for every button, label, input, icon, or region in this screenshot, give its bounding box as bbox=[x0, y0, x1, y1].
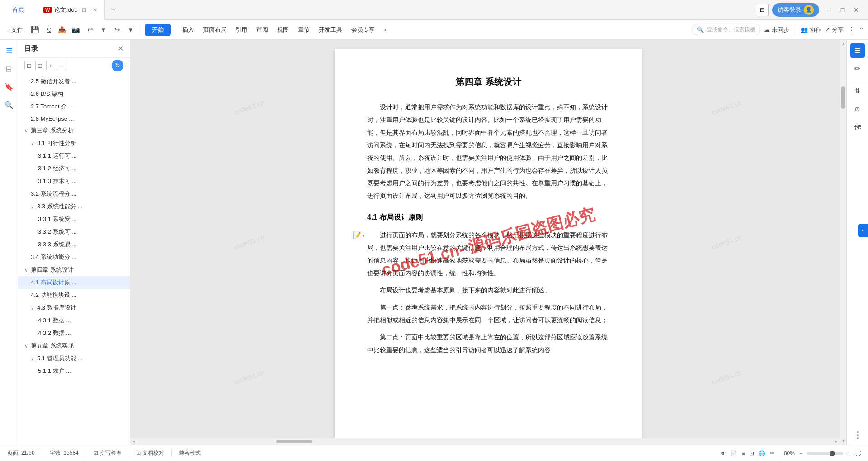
sidebar-close-button[interactable]: ✕ bbox=[118, 44, 123, 53]
collab-button[interactable]: 👥 协作 bbox=[801, 26, 821, 34]
menu-member[interactable]: 会员专享 bbox=[348, 24, 378, 36]
toc-add[interactable]: + bbox=[46, 61, 55, 70]
undo-button[interactable]: ↩ bbox=[84, 24, 96, 36]
fullscreen-button[interactable]: ⛶ bbox=[855, 450, 861, 456]
status-compare[interactable]: ⊡ 文档校对 bbox=[137, 449, 164, 457]
scroll-down-button[interactable]: ▼ bbox=[840, 437, 846, 445]
toc-item-3-4[interactable]: 3.4 系统功能分 ... bbox=[18, 251, 130, 263]
toc-item-4-1[interactable]: 4.1 布局设计原 ... bbox=[18, 276, 130, 289]
visitor-login-button[interactable]: 访客登录 👤 bbox=[772, 3, 819, 17]
toc-item-ch4[interactable]: ∨第四章 系统设计 bbox=[18, 263, 130, 276]
menu-chapter[interactable]: 章节 bbox=[294, 24, 313, 36]
export-icon-button[interactable]: 📤 bbox=[56, 24, 68, 36]
view-icon-list[interactable]: ≡ bbox=[742, 450, 745, 456]
zoom-slider-thumb[interactable] bbox=[830, 451, 835, 456]
scroll-up-button[interactable]: ▲ bbox=[840, 40, 846, 47]
menu-more-arrow[interactable]: › bbox=[380, 24, 389, 35]
toc-item-ch3[interactable]: ∨第三章 系统分析 bbox=[18, 124, 130, 137]
toc-item-3-2[interactable]: 3.2 系统流程分 ... bbox=[18, 188, 130, 200]
note-icon[interactable]: 📝▾ bbox=[353, 231, 365, 240]
view-icon-edit[interactable]: ✏ bbox=[770, 450, 774, 456]
toc-item-3-1-3[interactable]: 3.1.3 技术可 ... bbox=[18, 175, 130, 188]
toc-remove[interactable]: − bbox=[57, 61, 66, 70]
toc-item-5-1-1[interactable]: 5.1.1 农户 ... bbox=[18, 365, 130, 377]
zoom-plus[interactable]: + bbox=[848, 450, 851, 456]
restore-button[interactable]: ⊟ bbox=[756, 4, 769, 16]
toc-item-3-1[interactable]: ∨3.1 可行性分析 bbox=[18, 137, 130, 150]
toc-item-4-2[interactable]: 4.2 功能模块设 ... bbox=[18, 289, 130, 301]
right-panel-more-dots[interactable] bbox=[857, 431, 859, 445]
tab-resize-icon[interactable]: ⊡ bbox=[82, 7, 86, 13]
view-icon-web[interactable]: 🌐 bbox=[759, 450, 765, 456]
menu-devtools[interactable]: 开发工具 bbox=[315, 24, 346, 36]
toc-item-3-3-2[interactable]: 3.3.2 系统可 ... bbox=[18, 226, 130, 238]
sync-button[interactable]: ☁ 未同步 bbox=[764, 26, 789, 34]
share-button[interactable]: ↗ 分享 bbox=[825, 26, 844, 34]
right-panel-icon-5[interactable]: 🗺 bbox=[850, 120, 865, 134]
toc-item-3-1-1[interactable]: 3.1.1 运行可 ... bbox=[18, 150, 130, 162]
outline-icon[interactable]: ⊞ bbox=[2, 61, 16, 76]
toc-item-2-7[interactable]: 2.7 Tomcat 介 ... bbox=[18, 100, 130, 113]
tab-add-button[interactable]: + bbox=[105, 0, 121, 20]
vertical-scrollbar[interactable]: ▲ ▼ bbox=[840, 40, 846, 445]
menu-file[interactable]: ≡ 文件 bbox=[4, 24, 27, 36]
toc-item-4-3[interactable]: ∨4.3 数据库设计 bbox=[18, 301, 130, 314]
menu-layout[interactable]: 页面布局 bbox=[199, 24, 230, 36]
toc-item-4-3-2[interactable]: 4.3.2 数据 ... bbox=[18, 327, 130, 339]
toc-item-2-6[interactable]: 2.6 B/S 架构 bbox=[18, 88, 130, 100]
note-dropdown[interactable]: ▾ bbox=[362, 233, 365, 239]
right-panel-icon-4[interactable]: ⊙ bbox=[850, 102, 865, 116]
start-button[interactable]: 开始 bbox=[145, 24, 171, 36]
save-icon-button[interactable]: 💾 bbox=[28, 24, 41, 36]
menu-insert[interactable]: 插入 bbox=[179, 24, 198, 36]
scroll-track[interactable] bbox=[840, 47, 846, 437]
toc-item-3-3-1[interactable]: 3.3.1 系统安 ... bbox=[18, 213, 130, 226]
menu-review[interactable]: 审阅 bbox=[253, 24, 272, 36]
print-icon-button[interactable]: 🖨 bbox=[42, 24, 55, 36]
right-panel-icon-3[interactable]: ⇅ bbox=[850, 84, 865, 98]
toc-item-ch5[interactable]: ∨第五章 系统实现 bbox=[18, 339, 130, 352]
toc-item-3-3[interactable]: ∨3.3 系统性能分 ... bbox=[18, 200, 130, 213]
search-box[interactable]: 🔍 查找命令、搜索模板 bbox=[692, 24, 760, 35]
view-icon-doc[interactable]: 📄 bbox=[731, 450, 737, 456]
toc-collapse-all[interactable]: ⊟ bbox=[24, 61, 33, 70]
h-scroll-thumb[interactable] bbox=[276, 440, 312, 443]
redo-dropdown[interactable]: ▾ bbox=[124, 24, 137, 36]
toc-expand-all[interactable]: ⊞ bbox=[35, 61, 44, 70]
toolbar-expand-button[interactable]: ⌃ bbox=[859, 26, 864, 33]
far-right-expand-tab[interactable]: › bbox=[858, 224, 868, 237]
redo-button[interactable]: ↪ bbox=[111, 24, 123, 36]
right-panel-icon-2[interactable]: ✏ bbox=[850, 61, 865, 76]
search-left-icon[interactable]: 🔍 bbox=[2, 98, 16, 112]
scroll-thumb[interactable] bbox=[841, 86, 845, 109]
status-wordcount[interactable]: 字数: 15584 bbox=[50, 449, 79, 457]
close-button[interactable]: ✕ bbox=[850, 4, 863, 16]
toc-item-4-3-1[interactable]: 4.3.1 数据 ... bbox=[18, 314, 130, 327]
view-icon-eye[interactable]: 👁 bbox=[721, 450, 726, 456]
toc-item-2-8[interactable]: 2.8 MyEclipse ... bbox=[18, 113, 130, 124]
tab-close-button[interactable]: ✕ bbox=[93, 7, 97, 13]
scan-icon-button[interactable]: 📷 bbox=[69, 24, 82, 36]
h-scroll-track[interactable] bbox=[137, 440, 833, 443]
scroll-right-button[interactable]: ► bbox=[833, 439, 840, 444]
horizontal-scrollbar[interactable]: ◄ ► bbox=[130, 438, 840, 445]
zoom-minus[interactable]: − bbox=[799, 450, 802, 456]
zoom-slider[interactable] bbox=[807, 452, 843, 455]
zoom-level[interactable]: 80% bbox=[784, 450, 795, 456]
menu-reference[interactable]: 引用 bbox=[232, 24, 251, 36]
toc-item-3-3-3[interactable]: 3.3.3 系统易 ... bbox=[18, 238, 130, 251]
tab-home[interactable]: 首页 bbox=[0, 0, 36, 20]
toc-nav-arrow[interactable]: ↻ bbox=[112, 60, 123, 71]
view-icon-grid[interactable]: ⊡ bbox=[750, 450, 754, 456]
toolbar-more-button[interactable]: ⋮ bbox=[847, 25, 855, 35]
toc-icon[interactable]: ☰ bbox=[2, 43, 16, 58]
status-spelling[interactable]: ☑ 拼写检查 bbox=[94, 449, 122, 457]
undo-dropdown[interactable]: ▾ bbox=[97, 24, 110, 36]
menu-view[interactable]: 视图 bbox=[274, 24, 292, 36]
status-compat[interactable]: 兼容模式 bbox=[179, 449, 201, 457]
minimize-button[interactable]: ─ bbox=[823, 4, 835, 16]
toc-item-5-1[interactable]: ∨5.1 管理员功能 ... bbox=[18, 352, 130, 365]
scroll-left-button[interactable]: ◄ bbox=[130, 439, 137, 444]
tab-wps-doc[interactable]: W 论文.doc ⊡ ✕ bbox=[36, 0, 105, 20]
status-page[interactable]: 页面: 21/50 bbox=[7, 449, 35, 457]
